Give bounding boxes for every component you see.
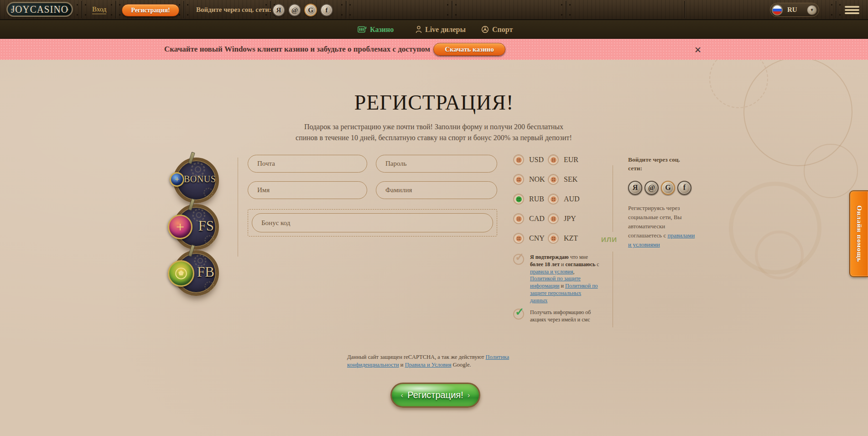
- freebet-medallion[interactable]: FB: [173, 250, 219, 296]
- page-subtitle: Подарок за регистрацию уже почти твой! З…: [251, 121, 616, 143]
- promo-optin-text: Получать информацию об акциях через имей…: [530, 309, 599, 324]
- currency-label: EUR: [564, 156, 578, 164]
- currency-option-cad[interactable]: CAD: [513, 214, 545, 224]
- currency-option-jpy[interactable]: JPY: [548, 214, 580, 224]
- online-help-tab[interactable]: Онлайн помощь: [849, 190, 868, 277]
- currency-option-nok[interactable]: NOK: [513, 174, 545, 184]
- radio-cny[interactable]: [513, 233, 524, 244]
- currency-label: CNY: [529, 234, 545, 242]
- rivet: [839, 4, 841, 5]
- rivet: [561, 4, 562, 5]
- terms-and-conditions-link[interactable]: правила и условия: [530, 268, 573, 275]
- radio-sek[interactable]: [548, 174, 559, 185]
- currency-option-eur[interactable]: EUR: [548, 155, 580, 165]
- promo-checkbox[interactable]: ✓: [513, 309, 524, 320]
- google-icon[interactable]: G: [661, 181, 675, 195]
- subtitle-line1: Подарок за регистрацию уже почти твой! З…: [304, 123, 563, 131]
- yandex-icon[interactable]: Я: [272, 4, 285, 16]
- currency-option-kzt[interactable]: KZT: [548, 233, 580, 243]
- chevron-down-icon[interactable]: ▾: [807, 5, 817, 15]
- tab-sport[interactable]: Спорт: [481, 20, 513, 39]
- joycasino-logo[interactable]: JOYCASINO: [6, 2, 73, 17]
- facebook-icon[interactable]: f: [320, 4, 333, 16]
- gear-icon: [203, 233, 216, 247]
- currency-label: JPY: [564, 215, 576, 223]
- currency-option-rub[interactable]: RUB: [513, 194, 545, 204]
- radio-jpy[interactable]: [548, 213, 559, 224]
- rivet: [77, 4, 78, 5]
- radio-rub-selected[interactable]: [513, 194, 524, 205]
- freebet-gem-icon: [168, 260, 194, 287]
- hamburger-bar: [845, 9, 859, 11]
- terms-checkbox[interactable]: ✓: [513, 254, 524, 265]
- arrow-left-icon: ‹: [401, 391, 404, 399]
- facebook-icon[interactable]: f: [677, 181, 691, 195]
- rivet: [187, 4, 188, 5]
- radio-nok[interactable]: [513, 174, 524, 185]
- mailru-icon[interactable]: @: [288, 4, 301, 16]
- register-submit-button[interactable]: ‹ Регистрация! ›: [390, 383, 480, 408]
- bonus-medallion[interactable]: + BONUS: [173, 158, 219, 203]
- form-divider: [238, 158, 238, 257]
- terms-text: Я подтверждаю что мне более 18 лет и сог…: [530, 254, 599, 305]
- panel-seam: [81, 1, 82, 18]
- panel-seam: [115, 1, 116, 18]
- yandex-icon[interactable]: Я: [628, 181, 642, 195]
- password-field[interactable]: [376, 155, 497, 173]
- close-icon[interactable]: ✕: [691, 43, 704, 56]
- radio-kzt[interactable]: [548, 233, 559, 244]
- login-link[interactable]: Вход: [92, 5, 106, 14]
- currency-label: USD: [529, 156, 544, 164]
- terms-bold: более 18 лет: [530, 261, 560, 268]
- tab-casino[interactable]: Казино: [358, 20, 394, 39]
- last-name-field[interactable]: [376, 181, 497, 199]
- rivet: [111, 4, 112, 5]
- radio-usd[interactable]: [513, 154, 524, 165]
- tab-live-dealers[interactable]: Live дилеры: [416, 20, 466, 39]
- panel-seam: [684, 1, 685, 18]
- google-terms-link[interactable]: Правила и Условия: [405, 362, 452, 368]
- terms-run: что мне: [569, 254, 588, 260]
- page-title: РЕГИСТРАЦИЯ!: [0, 90, 868, 115]
- currency-option-cny[interactable]: CNY: [513, 233, 545, 243]
- rivet: [569, 4, 571, 5]
- hamburger-menu-icon[interactable]: [845, 6, 859, 14]
- mailru-icon[interactable]: @: [645, 181, 659, 195]
- currency-option-usd[interactable]: USD: [513, 155, 545, 165]
- radio-eur[interactable]: [548, 154, 559, 165]
- currency-column-left: USD NOK RUB CAD CNY: [513, 155, 545, 253]
- email-field[interactable]: [248, 155, 367, 173]
- register-top-button[interactable]: Регистрация!: [122, 4, 179, 16]
- download-casino-button[interactable]: Скачать казино: [433, 43, 505, 56]
- currency-option-sek[interactable]: SEK: [548, 174, 580, 184]
- bonus-code-field[interactable]: [252, 213, 493, 232]
- google-icon[interactable]: G: [304, 4, 317, 16]
- terms-run: с: [595, 261, 599, 268]
- radio-cad[interactable]: [513, 213, 524, 224]
- subtitle-line2: спинов в течение 10 дней, бесплатную ста…: [296, 134, 572, 142]
- freespins-medallion[interactable]: + FS: [173, 204, 219, 250]
- language-selector[interactable]: RU ▾: [770, 3, 819, 17]
- rivet: [119, 4, 120, 5]
- recaptcha-text: Google.: [452, 362, 471, 368]
- hamburger-bar: [845, 6, 859, 8]
- panel-seam: [346, 1, 347, 18]
- social-login-prompt: Войдите через соц. сети:: [196, 6, 271, 14]
- sport-ball-icon: [481, 26, 489, 33]
- terms-run: и: [560, 261, 565, 268]
- checkmark-icon: ✓: [515, 252, 524, 263]
- currency-option-aud[interactable]: AUD: [548, 194, 580, 204]
- or-divider-top: [613, 165, 613, 232]
- currency-label: NOK: [529, 175, 545, 184]
- hamburger-bar: [845, 12, 859, 14]
- currency-label: AUD: [564, 195, 580, 203]
- social-panel-title: Войдите через соц. сети:: [628, 156, 696, 173]
- freespins-gem-icon: +: [168, 215, 192, 239]
- rivet: [179, 4, 180, 5]
- social-panel-icons: Я @ G f: [628, 181, 696, 195]
- terms-bold: Я подтверждаю: [530, 254, 569, 260]
- radio-aud[interactable]: [548, 194, 559, 205]
- top-bar: JOYCASINO Вход Регистрация! Войдите чере…: [0, 0, 868, 20]
- first-name-field[interactable]: [248, 181, 367, 199]
- recaptcha-text: Данный сайт защищен reCAPTCHA, а так же …: [347, 354, 486, 360]
